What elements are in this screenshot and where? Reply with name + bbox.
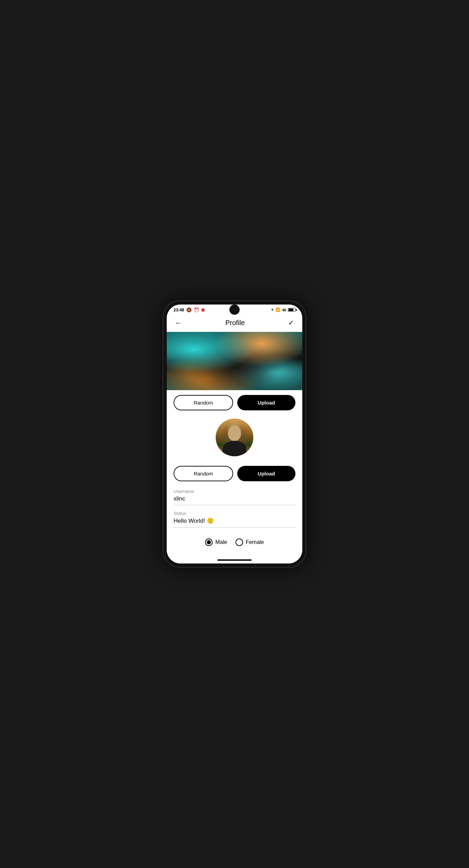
home-indicator xyxy=(167,557,302,563)
phone-frame: 23:48 🔕 ⏰ ✈ 📶 40 ← Profile xyxy=(163,300,306,568)
scroll-content: Random Upload Random Upload Username xyxy=(167,332,302,557)
male-option[interactable]: Male xyxy=(205,538,227,546)
back-button[interactable]: ← xyxy=(174,318,183,328)
camera-notch xyxy=(229,305,240,315)
avatar-section xyxy=(167,415,302,461)
male-radio-fill xyxy=(207,540,211,544)
avatar-face xyxy=(228,425,241,441)
avatar-buttons-row: Random Upload xyxy=(167,461,302,486)
cover-buttons-row: Random Upload xyxy=(167,390,302,415)
mute-icon: 🔕 xyxy=(186,307,192,312)
female-label: Female xyxy=(246,539,264,545)
app-bar: ← Profile ✓ xyxy=(167,314,302,332)
status-field-group: Status Hello World! 🙂 xyxy=(174,511,295,528)
battery-indicator: 40 xyxy=(282,308,286,312)
avatar-random-button[interactable]: Random xyxy=(174,466,233,481)
battery-icon xyxy=(288,308,295,312)
female-radio[interactable] xyxy=(236,538,243,546)
cover-upload-button[interactable]: Upload xyxy=(237,395,295,410)
plane-icon: ✈ xyxy=(271,308,274,312)
avatar xyxy=(216,419,253,456)
form-section: Username xlinc Status Hello World! 🙂 xyxy=(167,486,302,528)
home-bar xyxy=(217,559,252,561)
battery-fill xyxy=(289,309,293,311)
cover-random-button[interactable]: Random xyxy=(174,395,233,410)
check-icon: ✓ xyxy=(288,319,294,326)
status-bar-left: 23:48 🔕 ⏰ xyxy=(174,307,205,312)
record-icon xyxy=(201,308,205,312)
phone-screen: 23:48 🔕 ⏰ ✈ 📶 40 ← Profile xyxy=(167,305,302,563)
female-option[interactable]: Female xyxy=(236,538,264,546)
avatar-upload-button[interactable]: Upload xyxy=(237,466,295,481)
username-label: Username xyxy=(174,489,295,494)
confirm-button[interactable]: ✓ xyxy=(287,317,295,328)
status-value[interactable]: Hello World! 🙂 xyxy=(174,517,295,528)
username-field-group: Username xlinc xyxy=(174,489,295,505)
time-display: 23:48 xyxy=(174,308,184,312)
wifi-icon: 📶 xyxy=(276,308,280,312)
gender-row: Male Female xyxy=(167,533,302,553)
status-bar-right: ✈ 📶 40 xyxy=(271,308,295,312)
username-value[interactable]: xlinc xyxy=(174,495,295,505)
back-arrow-icon: ← xyxy=(175,319,182,326)
status-label: Status xyxy=(174,511,295,516)
alarm-icon: ⏰ xyxy=(194,307,199,312)
avatar-body xyxy=(223,441,246,456)
male-label: Male xyxy=(215,539,227,545)
cover-image xyxy=(167,332,302,390)
male-radio[interactable] xyxy=(205,538,213,546)
page-title: Profile xyxy=(225,319,245,327)
cover-image-inner xyxy=(167,332,302,390)
